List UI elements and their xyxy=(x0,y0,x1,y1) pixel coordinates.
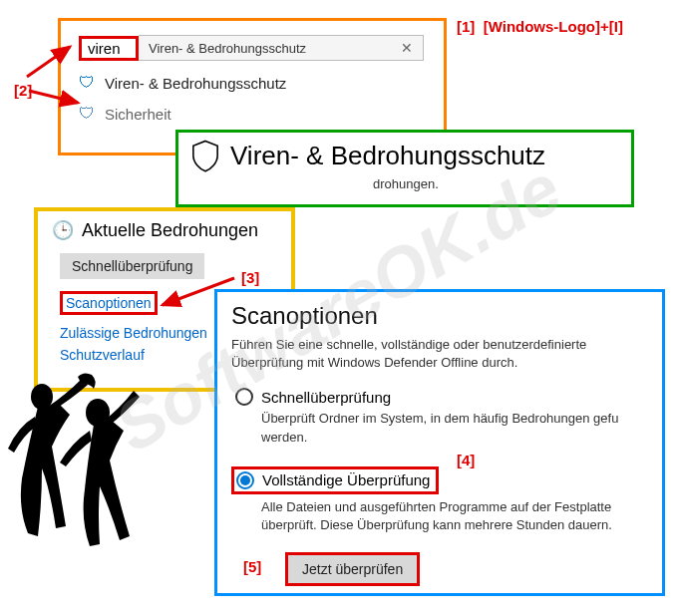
page-title: Viren- & Bedrohungsschutz xyxy=(230,141,545,171)
arrow-annotation-2a xyxy=(22,42,78,82)
search-input[interactable]: viren xyxy=(79,36,139,61)
virus-protection-header: Viren- & Bedrohungsschutz drohungen. xyxy=(175,130,634,207)
scan-now-highlight: Jetzt überprüfen xyxy=(285,552,420,586)
scan-options-link-highlight: Scanoptionen xyxy=(60,291,158,315)
radio-quick-scan[interactable]: Schnellüberprüfung xyxy=(235,388,648,406)
search-suggestion-tab[interactable]: Viren- & Bedrohungsschutz ✕ xyxy=(139,35,424,61)
scan-options-title: Scanoptionen xyxy=(231,302,648,330)
radio-full-scan-highlight: Vollständige Überprüfung xyxy=(231,466,439,494)
scan-options-link[interactable]: Scanoptionen xyxy=(66,295,152,311)
annotation-4: [4] xyxy=(457,452,475,468)
shield-outline-icon xyxy=(190,139,220,172)
decorative-silhouette xyxy=(0,369,160,568)
search-result-virus[interactable]: 🛡 Viren- & Bedrohungsschutz xyxy=(61,67,444,98)
search-result-label: Viren- & Bedrohungsschutz xyxy=(105,75,286,92)
scan-now-button[interactable]: Jetzt überprüfen xyxy=(288,555,417,583)
close-icon[interactable]: ✕ xyxy=(401,40,413,56)
radio-label: Schnellüberprüfung xyxy=(261,389,391,406)
radio-label: Vollständige Überprüfung xyxy=(262,471,430,488)
annotation-5: [5] xyxy=(243,558,261,575)
annotation-2: [2] xyxy=(14,82,32,99)
current-threats-title: Aktuelle Bedrohungen xyxy=(82,220,258,241)
page-subtitle-fragment: drohungen. xyxy=(178,176,631,191)
scan-options-panel: Scanoptionen Führen Sie eine schnelle, v… xyxy=(214,289,665,596)
search-hint-text: Viren- & Bedrohungsschutz xyxy=(149,41,306,56)
annotation-3: [3] xyxy=(241,269,259,286)
search-result-label: Sicherheit xyxy=(105,106,171,123)
annotation-1: [1] [Windows-Logo]+[I] xyxy=(457,18,623,35)
arrow-annotation-3 xyxy=(155,273,239,313)
scan-options-description: Führen Sie eine schnelle, vollständige o… xyxy=(231,336,648,372)
radio-icon xyxy=(235,388,253,406)
arrow-annotation-2b xyxy=(26,88,84,113)
history-clock-icon: 🕒 xyxy=(52,219,74,241)
radio-quick-description: Überprüft Ordner im System, in dem häufi… xyxy=(261,410,648,446)
radio-full-description: Alle Dateien und ausgeführten Programme … xyxy=(261,498,648,534)
radio-icon-selected[interactable] xyxy=(236,471,254,489)
search-result-security[interactable]: 🛡 Sicherheit xyxy=(61,98,444,129)
